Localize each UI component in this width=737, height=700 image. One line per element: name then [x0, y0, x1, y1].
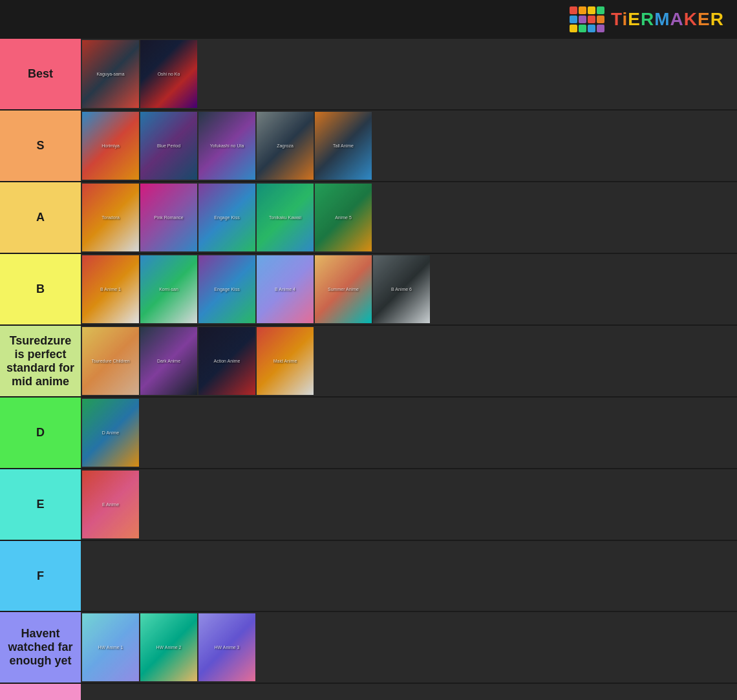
anime-card-b6[interactable]: B Anime 6	[373, 255, 430, 323]
tier-label-b: B	[0, 254, 81, 324]
tier-row-e: E E Anime	[0, 469, 737, 541]
anime-card-toradora[interactable]: Toradora	[82, 184, 139, 251]
anime-card-inner-b4: B Anime 4	[257, 255, 314, 323]
anime-card-inner-tonikaku: Tonikaku Kawaii	[257, 184, 314, 251]
logo-container: TiERMAKER	[570, 6, 724, 32]
tier-list: Best Kaguya-sama Oshi no KoS Horimiya Bl…	[0, 39, 737, 700]
anime-card-inner-yofukashi: Yofukashi no Uta	[198, 112, 255, 180]
anime-card-children[interactable]: Tsuredure Children	[82, 327, 139, 395]
tier-row-b: B B Anime 1 Komi-san Engage Kiss B Anime…	[0, 254, 737, 326]
tier-content-c: Tsuredure Children Dark Anime Action Ani…	[81, 326, 737, 396]
anime-card-tall[interactable]: Tall Anime	[315, 112, 372, 180]
anime-card-pink[interactable]: Pink Romance	[140, 184, 197, 251]
anime-card-inner-zagro: Zagroza	[257, 112, 314, 180]
tier-row-s: S Horimiya Blue Period Yofukashi no Uta …	[0, 111, 737, 182]
anime-card-couple[interactable]: E Anime	[82, 471, 139, 538]
anime-card-kaguya[interactable]: Kaguya-sama	[82, 40, 139, 108]
anime-card-inner-horimiya: Horimiya	[82, 112, 139, 180]
anime-card-inner-romance1: B Anime 1	[82, 255, 139, 323]
tier-label-e: E	[0, 469, 81, 540]
logo-grid	[570, 6, 604, 32]
anime-card-inner-toradora: Toradora	[82, 184, 139, 251]
anime-card-b4[interactable]: B Anime 4	[257, 255, 314, 323]
anime-card-inner-pink: Pink Romance	[140, 184, 197, 251]
anime-card-inner-oshi: Oshi no Ko	[140, 40, 197, 108]
tier-row-d: D D Anime	[0, 398, 737, 469]
tier-label-d: D	[0, 398, 81, 468]
tier-label-a: A	[0, 182, 81, 253]
tier-content-nw	[81, 684, 737, 700]
header: TiERMAKER	[0, 0, 737, 39]
anime-card-inner-engage: Engage Kiss	[198, 184, 255, 251]
anime-card-inner-maid: Maid Anime	[257, 327, 314, 395]
anime-card-horimiya[interactable]: Horimiya	[82, 112, 139, 180]
tier-content-s: Horimiya Blue Period Yofukashi no Uta Za…	[81, 111, 737, 181]
anime-card-oshi[interactable]: Oshi no Ko	[140, 40, 197, 108]
anime-card-inner-hw2: HW Anime 2	[140, 613, 197, 681]
tier-row-best: Best Kaguya-sama Oshi no Ko	[0, 39, 737, 111]
tier-content-best: Kaguya-sama Oshi no Ko	[81, 39, 737, 109]
tier-row-a: A Toradora Pink Romance Engage Kiss Toni…	[0, 182, 737, 254]
anime-card-b3[interactable]: Engage Kiss	[198, 255, 255, 323]
tier-row-hwfe: Havent watched far enough yet HW Anime 1…	[0, 612, 737, 684]
anime-card-maid[interactable]: Maid Anime	[257, 327, 314, 395]
anime-card-inner-green2: Anime 5	[315, 184, 372, 251]
anime-card-outdoor[interactable]: D Anime	[82, 399, 139, 467]
anime-card-inner-action1: Action Anime	[198, 327, 255, 395]
anime-card-romance2[interactable]: Komi-san	[140, 255, 197, 323]
logo-text: TiERMAKER	[611, 9, 724, 30]
anime-card-blue2[interactable]: Blue Period	[140, 112, 197, 180]
tier-label-best: Best	[0, 39, 81, 109]
anime-card-inner-b5: Summer Anime	[315, 255, 372, 323]
anime-card-inner-b3: Engage Kiss	[198, 255, 255, 323]
tier-row-f: F	[0, 541, 737, 612]
anime-card-hw2[interactable]: HW Anime 2	[140, 613, 197, 681]
tier-label-nw: Never watched	[0, 684, 81, 700]
anime-card-inner-hw1: HW Anime 1	[82, 613, 139, 681]
tier-row-nw: Never watched	[0, 684, 737, 700]
anime-card-b5[interactable]: Summer Anime	[315, 255, 372, 323]
anime-card-inner-outdoor: D Anime	[82, 399, 139, 467]
anime-card-yofukashi[interactable]: Yofukashi no Uta	[198, 112, 255, 180]
anime-card-inner-blue2: Blue Period	[140, 112, 197, 180]
tier-label-hwfe: Havent watched far enough yet	[0, 612, 81, 683]
anime-card-inner-romance2: Komi-san	[140, 255, 197, 323]
tier-row-c: Tsuredzure is perfect standard for mid a…	[0, 326, 737, 398]
anime-card-tonikaku[interactable]: Tonikaku Kawaii	[257, 184, 314, 251]
anime-card-action1[interactable]: Action Anime	[198, 327, 255, 395]
anime-card-inner-b6: B Anime 6	[373, 255, 430, 323]
anime-card-inner-tall: Tall Anime	[315, 112, 372, 180]
tier-content-f	[81, 541, 737, 611]
tier-content-e: E Anime	[81, 469, 737, 540]
anime-card-hw1[interactable]: HW Anime 1	[82, 613, 139, 681]
tier-label-f: F	[0, 541, 81, 611]
anime-card-inner-hw3: HW Anime 3	[198, 613, 255, 681]
anime-card-inner-children: Tsuredure Children	[82, 327, 139, 395]
tier-content-b: B Anime 1 Komi-san Engage Kiss B Anime 4…	[81, 254, 737, 324]
anime-card-zagro[interactable]: Zagroza	[257, 112, 314, 180]
tier-content-hwfe: HW Anime 1 HW Anime 2 HW Anime 3	[81, 612, 737, 683]
anime-card-hw3[interactable]: HW Anime 3	[198, 613, 255, 681]
anime-card-dark1[interactable]: Dark Anime	[140, 327, 197, 395]
anime-card-inner-dark1: Dark Anime	[140, 327, 197, 395]
anime-card-inner-kaguya: Kaguya-sama	[82, 40, 139, 108]
tier-label-s: S	[0, 111, 81, 181]
anime-card-romance1[interactable]: B Anime 1	[82, 255, 139, 323]
tier-label-c: Tsuredzure is perfect standard for mid a…	[0, 326, 81, 396]
tier-content-d: D Anime	[81, 398, 737, 468]
tier-content-a: Toradora Pink Romance Engage Kiss Tonika…	[81, 182, 737, 253]
anime-card-green2[interactable]: Anime 5	[315, 184, 372, 251]
anime-card-engage[interactable]: Engage Kiss	[198, 184, 255, 251]
anime-card-inner-couple: E Anime	[82, 471, 139, 538]
